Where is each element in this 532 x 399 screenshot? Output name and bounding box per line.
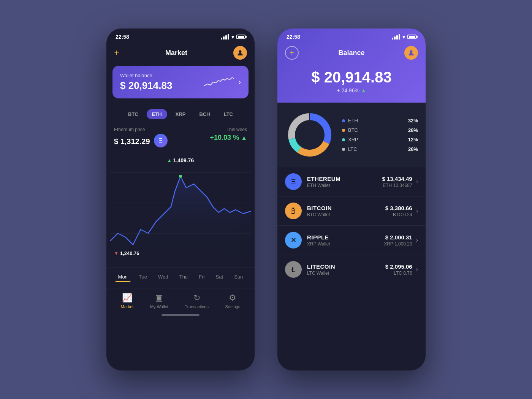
tab-eth[interactable]: ETH xyxy=(147,109,167,119)
ltc-usd: $ 2,095.06 xyxy=(385,263,412,270)
btc-values: $ 3,380.66 BTC 0.24 xyxy=(385,205,412,217)
eth-chevron: › xyxy=(416,178,418,185)
btc-wallet-label: BTC Wallet xyxy=(307,212,385,217)
battery-icon-right xyxy=(407,35,416,39)
crypto-tabs: BTC ETH XRP BCH LTC xyxy=(106,104,255,124)
nav-wallet[interactable]: ▣ My Wallet xyxy=(150,293,168,309)
status-bar-left: 22:58 ▾ xyxy=(106,28,255,43)
ltc-dot xyxy=(342,148,345,151)
wifi-icon: ▾ xyxy=(231,34,234,40)
chart-high-label: ▲ 1,409.76 xyxy=(167,157,194,163)
day-sun[interactable]: Sun xyxy=(231,272,246,282)
profile-button-left[interactable] xyxy=(233,46,247,60)
btc-info: BITCOIN BTC Wallet xyxy=(307,205,385,217)
ltc-amount: LTC 8.76 xyxy=(385,271,412,276)
legend-xrp: XRP 12% xyxy=(342,137,418,142)
nav-settings[interactable]: ⚙ Settings xyxy=(225,293,240,309)
wifi-icon-right: ▾ xyxy=(402,34,405,40)
ltc-info: LITECOIN LTC Wallet xyxy=(307,263,385,276)
profile-button-right[interactable] xyxy=(404,46,418,60)
arrow-up-icon: ▲ xyxy=(167,158,172,163)
svg-point-4 xyxy=(179,174,182,178)
nav-transactions-label: Transactions xyxy=(185,304,209,309)
balance-change: + 24.96% ▲ xyxy=(277,87,426,93)
status-icons-left: ▾ xyxy=(221,34,245,40)
change-arrow: ▲ xyxy=(361,87,366,93)
eth-usd: $ 13,434.49 xyxy=(382,176,412,182)
xrp-name: RIPPLE xyxy=(307,234,384,241)
balance-title: Balance xyxy=(299,49,404,57)
balance-amount: $ 20,914.83 xyxy=(277,66,426,87)
price-chart: ▲ 1,409.76 xyxy=(106,154,255,268)
time-left: 22:58 xyxy=(116,34,129,40)
wallet-balance-card[interactable]: Wallet balance: $ 20,914.83 › xyxy=(112,66,249,98)
wallet-label: Wallet balance: xyxy=(120,73,172,78)
tab-xrp[interactable]: XRP xyxy=(170,109,191,119)
day-mon[interactable]: Mon xyxy=(115,272,131,282)
wallet-info: Wallet balance: $ 20,914.83 xyxy=(120,73,172,92)
time-right: 22:58 xyxy=(287,34,300,40)
eth-name: ETHEREUM xyxy=(307,176,382,182)
price-value: $ 1,312.29 xyxy=(114,137,150,146)
svg-point-5 xyxy=(410,50,413,53)
day-tue[interactable]: Tue xyxy=(136,272,150,282)
tab-btc[interactable]: BTC xyxy=(123,109,144,119)
price-label: Ethereum price xyxy=(114,127,168,132)
coin-item-eth[interactable]: Ξ ETHEREUM ETH Wallet $ 13,434.49 ETH 10… xyxy=(277,167,426,196)
xrp-wallet-label: XRP Wallet xyxy=(307,241,384,247)
coin-item-ltc[interactable]: Ł LITECOIN LTC Wallet $ 2,095.06 LTC 8.7… xyxy=(277,255,426,284)
ltc-logo: Ł xyxy=(285,261,302,278)
market-header: + Market xyxy=(106,43,255,66)
ltc-name: LITECOIN xyxy=(307,263,385,270)
xrp-dot xyxy=(342,138,345,141)
day-fri[interactable]: Fri xyxy=(196,272,207,282)
market-icon: 📈 xyxy=(122,293,132,303)
day-wed[interactable]: Wed xyxy=(155,272,171,282)
nav-wallet-label: My Wallet xyxy=(150,304,168,309)
add-button[interactable]: + xyxy=(114,48,119,58)
xrp-amount: XRP 1,000.20 xyxy=(384,241,412,247)
right-phone: 22:58 ▾ + Balance xyxy=(277,28,426,370)
settings-icon: ⚙ xyxy=(229,293,236,303)
xrp-logo: ✕ xyxy=(285,232,302,249)
svg-point-11 xyxy=(295,120,324,149)
price-right: This week +10.03 % ▲ xyxy=(210,127,247,147)
xrp-chevron: › xyxy=(416,237,418,244)
chart-low-label: ▼ 1,240.76 xyxy=(114,250,139,256)
eth-wallet-label: ETH Wallet xyxy=(307,183,382,188)
eth-logo: Ξ xyxy=(154,134,168,147)
transactions-icon: ↻ xyxy=(193,293,200,303)
user-icon-right xyxy=(407,49,415,57)
portfolio-section: ETH 32% BTC 28% XRP 12% LTC 28% xyxy=(277,103,426,167)
nav-market[interactable]: 📈 Market xyxy=(121,293,134,309)
svg-point-0 xyxy=(239,50,242,53)
day-sat[interactable]: Sat xyxy=(213,272,226,282)
week-value: +10.03 % ▲ xyxy=(210,134,247,142)
legend-btc: BTC 28% xyxy=(342,127,418,133)
coin-item-xrp[interactable]: ✕ RIPPLE XRP Wallet $ 2,000.31 XRP 1,000… xyxy=(277,226,426,255)
coin-item-btc[interactable]: ₿ BITCOIN BTC Wallet $ 3,380.66 BTC 0.24… xyxy=(277,196,426,226)
coin-list: Ξ ETHEREUM ETH Wallet $ 13,434.49 ETH 10… xyxy=(277,167,426,284)
tab-bch[interactable]: BCH xyxy=(194,109,215,119)
eth-values: $ 13,434.49 ETH 10.34687 xyxy=(382,176,412,188)
xrp-info: RIPPLE XRP Wallet xyxy=(307,234,384,247)
btc-chevron: › xyxy=(416,207,418,214)
btc-name: BITCOIN xyxy=(307,205,385,211)
btc-logo: ₿ xyxy=(285,203,302,219)
arrow-down-icon: ▼ xyxy=(114,251,119,256)
left-phone: 22:58 ▾ + Market xyxy=(106,28,255,370)
xrp-usd: $ 2,000.31 xyxy=(384,234,412,241)
day-selector: Mon Tue Wed Thu Fri Sat Sun xyxy=(106,268,255,288)
day-thu[interactable]: Thu xyxy=(176,272,191,282)
battery-icon xyxy=(236,35,245,39)
price-info: Ethereum price $ 1,312.29 Ξ This week +1… xyxy=(106,124,255,154)
legend-ltc: LTC 28% xyxy=(342,146,418,152)
eth-amount: ETH 10.34687 xyxy=(382,183,412,188)
add-circle-button[interactable]: + xyxy=(285,46,299,60)
donut-chart xyxy=(285,110,334,160)
tab-ltc[interactable]: LTC xyxy=(218,109,238,119)
status-icons-right: ▾ xyxy=(392,34,416,40)
legend-eth: ETH 32% xyxy=(342,118,418,124)
btc-dot xyxy=(342,129,345,132)
nav-transactions[interactable]: ↻ Transactions xyxy=(185,293,209,309)
